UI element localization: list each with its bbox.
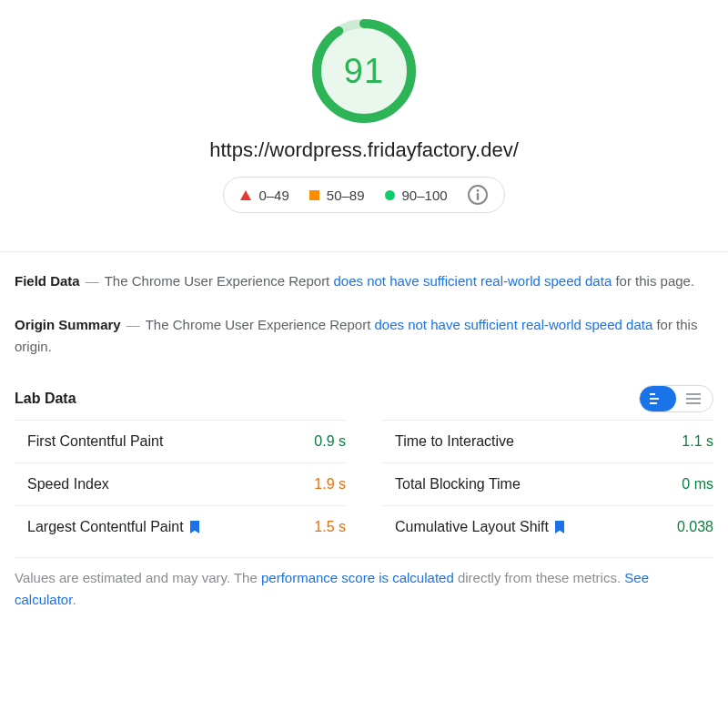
metric-value: 0.038 <box>677 519 713 535</box>
perf-score-calc-link[interactable]: performance score is calculated <box>261 570 454 585</box>
svg-rect-4 <box>476 193 478 200</box>
svg-rect-6 <box>650 398 659 400</box>
svg-rect-5 <box>650 393 655 395</box>
metric-value: 0.9 s <box>314 433 346 450</box>
metric-value: 1.9 s <box>314 476 346 493</box>
metric-row[interactable]: Total Blocking Time0 ms <box>382 462 713 505</box>
svg-rect-8 <box>686 393 701 395</box>
metric-name: Time to Interactive <box>395 433 669 450</box>
metric-name: Speed Index <box>27 476 301 493</box>
metric-row[interactable]: Largest Contentful Paint 1.5 s <box>15 505 346 548</box>
legend-high: 90–100 <box>385 188 448 203</box>
performance-score-gauge: 91 <box>309 16 419 126</box>
field-data-section: Field Data—The Chrome User Experience Re… <box>15 270 713 292</box>
metric-name: Total Blocking Time <box>395 476 669 493</box>
page-url: https://wordpress.fridayfactory.dev/ <box>15 138 713 162</box>
view-toggle-compact[interactable] <box>676 386 713 411</box>
metric-row[interactable]: Time to Interactive1.1 s <box>382 420 713 462</box>
svg-rect-10 <box>686 402 701 404</box>
metric-row[interactable]: First Contentful Paint0.9 s <box>15 420 346 462</box>
svg-rect-9 <box>686 398 701 400</box>
circle-icon <box>385 190 395 200</box>
origin-summary-section: Origin Summary—The Chrome User Experienc… <box>15 314 713 358</box>
metric-name: First Contentful Paint <box>27 433 301 450</box>
view-toggle-detailed[interactable] <box>640 386 676 411</box>
metric-name: Cumulative Layout Shift <box>395 519 664 535</box>
metric-value: 0 ms <box>682 476 713 493</box>
legend-low: 0–49 <box>240 188 288 203</box>
view-toggle[interactable] <box>639 385 713 412</box>
field-data-link[interactable]: does not have sufficient real-world spee… <box>333 273 612 289</box>
metric-value: 1.5 s <box>314 519 346 535</box>
legend-mid: 50–89 <box>309 188 365 203</box>
metric-name: Largest Contentful Paint <box>27 519 301 535</box>
metric-row[interactable]: Speed Index1.9 s <box>15 462 346 505</box>
svg-rect-7 <box>650 402 657 404</box>
performance-score-value: 91 <box>309 16 419 126</box>
metric-row[interactable]: Cumulative Layout Shift 0.038 <box>382 505 713 548</box>
svg-point-3 <box>476 189 479 192</box>
metric-value: 1.1 s <box>682 433 713 450</box>
lab-data-heading: Lab Data <box>15 391 76 407</box>
bookmark-icon <box>554 521 565 533</box>
triangle-icon <box>240 190 251 200</box>
bookmark-icon <box>189 521 200 533</box>
score-legend: 0–49 50–89 90–100 <box>223 177 504 213</box>
info-icon[interactable] <box>468 185 488 205</box>
origin-summary-link[interactable]: does not have sufficient real-world spee… <box>374 317 652 332</box>
lab-footnote: Values are estimated and may vary. The p… <box>15 557 713 611</box>
square-icon <box>309 190 319 200</box>
